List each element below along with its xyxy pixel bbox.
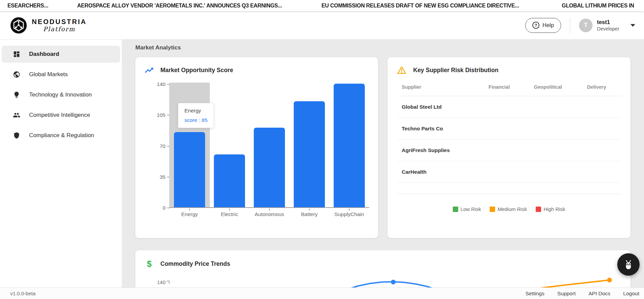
supplier-name: AgriFresh Supplies xyxy=(397,147,475,153)
risk-table-header: SupplierFinancialGeopoliticalDelivery xyxy=(397,84,621,92)
sidebar: DashboardGlobal MarketsTechnology & Inno… xyxy=(0,40,122,287)
x-axis-tick-mark xyxy=(269,209,270,211)
sidebar-item-label: Technology & Innovation xyxy=(29,91,92,98)
table-row: CarHealth xyxy=(397,161,621,183)
risk-legend-divider xyxy=(397,194,621,194)
chart-tooltip: Energy score : 85 xyxy=(178,103,214,128)
sidebar-item-global-markets[interactable]: Global Markets xyxy=(2,66,120,83)
table-row: AgriFresh Supplies xyxy=(397,140,621,161)
supplier-name: Global Steel Ltd xyxy=(397,104,475,110)
app-header: NEODUSTRIA Platform ? Help T test1 Devel… xyxy=(0,11,644,40)
footer-link-settings[interactable]: Settings xyxy=(526,291,545,297)
brand-logo[interactable]: NEODUSTRIA Platform xyxy=(10,17,87,34)
ticker-item: ESEARCHERS... xyxy=(7,3,48,9)
legend-item-medium-risk[interactable]: Medium Risk xyxy=(490,206,527,212)
sidebar-item-label: Dashboard xyxy=(29,51,59,58)
sidebar-item-dashboard[interactable]: Dashboard xyxy=(2,46,120,63)
x-axis-label-electric: Electric xyxy=(209,211,249,217)
y-axis-tick-label: 0 xyxy=(162,205,165,211)
risk-table-body: Global Steel LtdTechno Parts CoAgriFresh… xyxy=(397,96,621,183)
tooltip-value: score : 85 xyxy=(184,117,207,123)
supplier-risk-card: Key Supplier Risk Distribution SupplierF… xyxy=(387,57,630,238)
brand-name: NEODUSTRIA xyxy=(32,18,87,26)
x-axis-tick-mark xyxy=(309,209,310,211)
sidebar-item-label: Competitive Intelligence xyxy=(29,112,90,119)
user-info: test1 Developer xyxy=(597,19,619,31)
trending-up-icon xyxy=(145,66,154,74)
sidebar-item-label: Compliance & Regulation xyxy=(29,132,94,139)
assistant-fab-button[interactable] xyxy=(617,253,640,276)
brand-logo-icon xyxy=(10,17,27,34)
footer-link-logout[interactable]: Logout xyxy=(623,291,639,297)
warning-icon xyxy=(397,66,406,74)
user-role: Developer xyxy=(597,26,619,31)
help-button[interactable]: ? Help xyxy=(525,18,561,33)
x-axis-tick-mark xyxy=(349,209,350,211)
user-menu[interactable]: T test1 Developer xyxy=(579,19,635,32)
sidebar-item-technology-innovation[interactable]: Technology & Innovation xyxy=(2,86,120,103)
legend-item-low-risk[interactable]: Low Risk xyxy=(453,206,481,212)
x-axis-tick-mark xyxy=(229,209,230,211)
bar-electric[interactable] xyxy=(214,154,245,207)
brand-text: NEODUSTRIA Platform xyxy=(32,18,87,33)
robot-icon xyxy=(622,258,635,271)
supplier-name: CarHealth xyxy=(397,169,475,175)
x-axis-label-battery: Battery xyxy=(289,211,329,217)
bar-battery[interactable] xyxy=(294,101,325,207)
risk-column-header-delivery: Delivery xyxy=(572,84,621,92)
market-opportunity-card: Market Opportunity Score 03570105140Ener… xyxy=(135,57,378,238)
supplier-name: Techno Parts Co xyxy=(397,126,475,132)
risk-column-header-financial: Financial xyxy=(475,84,524,92)
legend-label: Low Risk xyxy=(461,206,481,212)
legend-swatch xyxy=(453,207,458,212)
people-icon xyxy=(13,111,20,119)
legend-swatch xyxy=(490,207,495,212)
x-axis-label-autonomous: Autonomous xyxy=(249,211,289,217)
sidebar-item-competitive-intelligence[interactable]: Competitive Intelligence xyxy=(2,107,120,124)
header-actions: ? Help T test1 Developer xyxy=(525,18,635,33)
dashboard-icon xyxy=(13,50,20,58)
main-content: Market Analytics Market Opportunity Scor… xyxy=(122,40,644,299)
x-axis-label-energy: Energy xyxy=(170,211,209,217)
table-row: Techno Parts Co xyxy=(397,118,621,140)
legend-swatch xyxy=(536,207,541,212)
legend-label: Medium Risk xyxy=(497,206,527,212)
app-version: v1.0.0-beta xyxy=(10,291,36,296)
risk-legend: Low RiskMedium RiskHigh Risk xyxy=(397,206,621,212)
news-ticker: ESEARCHERS...AEROSPACE ALLOY VENDOR 'AER… xyxy=(0,0,644,11)
bar-autonomous[interactable] xyxy=(254,128,285,207)
risk-column-header-supplier: Supplier xyxy=(397,84,475,92)
ticker-item: GLOBAL LITHIUM PRICES IN xyxy=(562,3,634,9)
bar-energy[interactable] xyxy=(174,132,205,207)
legend-label: High Risk xyxy=(543,206,565,212)
y-axis-tick-label: 105 xyxy=(157,112,165,118)
card-title-risk: Key Supplier Risk Distribution xyxy=(413,67,498,74)
footer-link-support[interactable]: Support xyxy=(557,291,576,297)
help-button-label: Help xyxy=(542,22,554,28)
bar-chart: 03570105140EnergyElectricAutonomousBatte… xyxy=(145,84,369,223)
user-name: test1 xyxy=(597,19,619,25)
tooltip-category: Energy xyxy=(184,108,207,114)
footer-links: SettingsSupportAPI DocsLogout xyxy=(526,291,639,297)
x-axis-label-supplychain: SupplyChain xyxy=(329,211,369,217)
risk-column-header-geopolitical: Geopolitical xyxy=(524,84,572,92)
card-title-opportunity: Market Opportunity Score xyxy=(160,67,233,74)
x-axis-tick-mark xyxy=(189,209,190,211)
table-row: Global Steel Ltd xyxy=(397,96,621,118)
y-axis-tick-label: 70 xyxy=(160,143,165,149)
footer: v1.0.0-beta SettingsSupportAPI DocsLogou… xyxy=(0,287,644,299)
legend-item-high-risk[interactable]: High Risk xyxy=(536,206,565,212)
sidebar-item-compliance-regulation[interactable]: Compliance & Regulation xyxy=(2,127,120,144)
data-point-series-1[interactable] xyxy=(391,280,396,284)
footer-link-api-docs[interactable]: API Docs xyxy=(589,291,610,297)
y-axis-tick-label: 140 xyxy=(157,81,165,87)
chevron-down-icon xyxy=(630,24,635,27)
bar-supplychain[interactable] xyxy=(334,84,365,207)
page-title: Market Analytics xyxy=(135,44,630,51)
avatar: T xyxy=(579,19,593,32)
y-axis-tick-label: 35 xyxy=(160,174,165,180)
data-point-series-2[interactable] xyxy=(607,278,612,282)
shield-icon xyxy=(13,132,20,139)
ticker-item: EU COMMISSION RELEASES DRAFT OF NEW ESG … xyxy=(321,3,519,9)
sidebar-item-label: Global Markets xyxy=(29,71,68,78)
